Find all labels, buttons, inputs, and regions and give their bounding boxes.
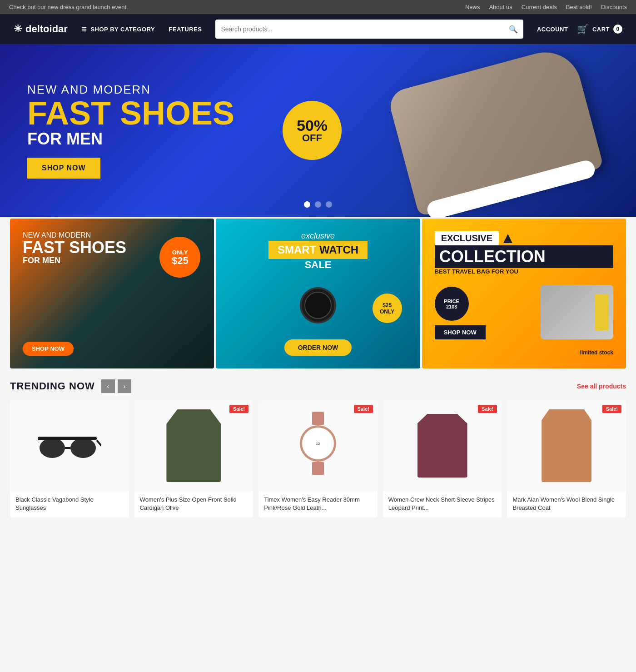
search-input[interactable]	[221, 25, 508, 33]
watch-shape: 12	[298, 412, 338, 480]
promo-grid: NEW AND MODERN FAST SHOES FOR MEN SHOP N…	[0, 219, 636, 368]
promo-bag-cta[interactable]: SHOP NOW	[435, 325, 486, 339]
hero-banner: NEW AND MODERN FAST SHOES FOR MEN SHOP N…	[0, 44, 636, 217]
search-bar: 🔍	[215, 20, 523, 39]
nav-link-bestsold[interactable]: Best sold!	[566, 4, 592, 10]
shoe-sole	[425, 159, 596, 217]
promo-watch-top: exclusive SMART WATCH SALE	[268, 231, 368, 271]
shoe-shape	[387, 44, 604, 216]
promo-watch-smart: SMART	[278, 244, 316, 256]
sale-badge-cardigan: Sale!	[229, 405, 248, 413]
promo-watch-exclusive: exclusive	[268, 231, 368, 241]
hero-subtitle: NEW AND MODERN	[27, 83, 234, 97]
hero-title: FAST SHOES	[27, 97, 234, 129]
promo-watch-price: $25	[383, 302, 392, 309]
promo-watch-cta[interactable]: ORDER NOW	[284, 339, 352, 356]
nav-link-about[interactable]: About us	[489, 4, 512, 10]
promo-bag-image	[541, 285, 613, 339]
sale-badge-coat: Sale!	[602, 405, 621, 413]
product-image-watch: Sale! 12	[258, 400, 378, 491]
header-actions: ACCOUNT 🛒 CART 0	[537, 24, 622, 35]
cart-icon: 🛒	[577, 24, 589, 35]
promo-watch-watch: WATCH	[319, 244, 358, 256]
sale-badge-watch: Sale!	[354, 405, 373, 413]
hero-dot-2[interactable]	[315, 201, 321, 208]
triangle-icon	[502, 233, 513, 244]
trending-header: TRENDING NOW ‹ › See all products	[10, 379, 626, 393]
promo-bag-content: EXCLUSIVE COLLECTION BEST TRAVEL BAG FOR…	[422, 219, 626, 368]
logo-text: deltoidar	[25, 23, 68, 35]
product-card-cardigan: Sale! Women's Plus Size Open Front Solid…	[134, 400, 253, 518]
hero-dot-3[interactable]	[326, 201, 332, 208]
shirt-shape	[417, 414, 467, 478]
sunglasses-svg	[38, 432, 101, 459]
bag-handle	[595, 294, 609, 330]
svg-point-3	[70, 438, 96, 458]
promo-watch-price-badge: $25 ONLY	[373, 294, 402, 323]
hero-sub: FOR MEN	[27, 129, 234, 149]
product-name-sunglasses: Black Classic Vagabond Style Sunglasses	[10, 491, 129, 518]
watch-face: 12	[300, 425, 336, 462]
search-icon[interactable]: 🔍	[509, 25, 518, 34]
nav-link-news[interactable]: News	[465, 4, 480, 10]
trending-section: TRENDING NOW ‹ › See all products	[0, 370, 636, 522]
promo-watch-badge: SMART WATCH	[268, 241, 368, 259]
hero-discount-pct: 50%	[297, 118, 328, 133]
svg-point-2	[40, 438, 65, 458]
hero-dot-1[interactable]	[304, 201, 310, 208]
cart-label: CART	[592, 26, 610, 33]
product-name-watch: Timex Women's Easy Reader 30mm Pink/Rose…	[258, 491, 378, 518]
trending-next-button[interactable]: ›	[118, 379, 131, 393]
promo-bag-limited: limited stock	[435, 349, 613, 356]
promo-bag-tagline: BEST TRAVEL BAG FOR YOU	[435, 268, 613, 275]
promo-shoes-cta[interactable]: SHOP NOW	[23, 342, 74, 356]
nav-link-deals[interactable]: Current deals	[522, 4, 557, 10]
promo-watch-sale: SALE	[268, 259, 368, 271]
svg-line-5	[97, 440, 101, 446]
product-name-shirt: Women Crew Neck Short Sleeve Stripes Leo…	[383, 491, 502, 518]
hero-shoe-image	[382, 53, 609, 208]
product-image-sunglasses	[10, 400, 129, 491]
logo[interactable]: ✳ deltoidar	[14, 23, 68, 35]
product-image-cardigan: Sale!	[134, 400, 253, 491]
promo-shoes-price: $25	[172, 256, 189, 266]
promo-bag-exclusive-row: EXCLUSIVE	[435, 231, 613, 245]
see-all-products-link[interactable]: See all products	[577, 383, 626, 390]
cardigan-shape	[166, 409, 221, 482]
promo-bag-collection: COLLECTION	[435, 245, 613, 268]
announcement-text: Check out our new dress grand launch eve…	[9, 4, 128, 10]
product-name-cardigan: Women's Plus Size Open Front Solid Cardi…	[134, 491, 253, 518]
watch-face	[304, 292, 332, 319]
promo-bag-top: EXCLUSIVE COLLECTION BEST TRAVEL BAG FOR…	[435, 231, 613, 275]
promo-watch-card: exclusive SMART WATCH SALE ORDER NOW $25…	[216, 219, 420, 368]
cart-button[interactable]: 🛒 CART 0	[577, 24, 622, 35]
product-grid: Black Classic Vagabond Style Sunglasses …	[10, 400, 626, 518]
product-card-watch: Sale! 12 Timex Women's Easy Reader 30mm …	[258, 400, 378, 518]
promo-watch-image	[300, 287, 336, 324]
promo-bag-price-badge: PRICE 210$	[435, 287, 469, 321]
product-name-coat: Mark Alan Women's Wool Blend Single Brea…	[507, 491, 626, 518]
promo-shoes-price-badge: ONLY $25	[159, 237, 200, 278]
promo-bag-price-value: 210$	[446, 304, 457, 309]
product-card-coat: Sale! Mark Alan Women's Wool Blend Singl…	[507, 400, 626, 518]
cart-count: 0	[613, 25, 622, 34]
hero-discount-off: OFF	[302, 133, 322, 143]
promo-bag-card: EXCLUSIVE COLLECTION BEST TRAVEL BAG FOR…	[422, 219, 626, 368]
coat-shape	[542, 409, 591, 482]
svg-marker-0	[503, 234, 512, 243]
shop-category-label: SHOP BY CATEGORY	[90, 26, 155, 33]
announcement-bar: Check out our new dress grand launch eve…	[0, 0, 636, 14]
logo-icon: ✳	[14, 23, 22, 35]
promo-bag-left-bottom: PRICE 210$ SHOP NOW	[435, 287, 486, 339]
trending-title-wrap: TRENDING NOW ‹ ›	[10, 379, 131, 393]
account-button[interactable]: ACCOUNT	[537, 26, 568, 33]
shop-by-category-button[interactable]: ☰ SHOP BY CATEGORY	[81, 26, 155, 33]
promo-watch-only: ONLY	[380, 309, 394, 315]
nav-link-discounts[interactable]: Discounts	[601, 4, 627, 10]
hero-shop-now-button[interactable]: SHOP NOW	[27, 158, 100, 179]
trending-prev-button[interactable]: ‹	[101, 379, 115, 393]
promo-bag-price-label: PRICE	[444, 299, 459, 304]
product-card-shirt: Sale! Women Crew Neck Short Sleeve Strip…	[383, 400, 502, 518]
product-image-coat: Sale!	[507, 400, 626, 491]
features-nav[interactable]: FEATURES	[169, 26, 202, 33]
